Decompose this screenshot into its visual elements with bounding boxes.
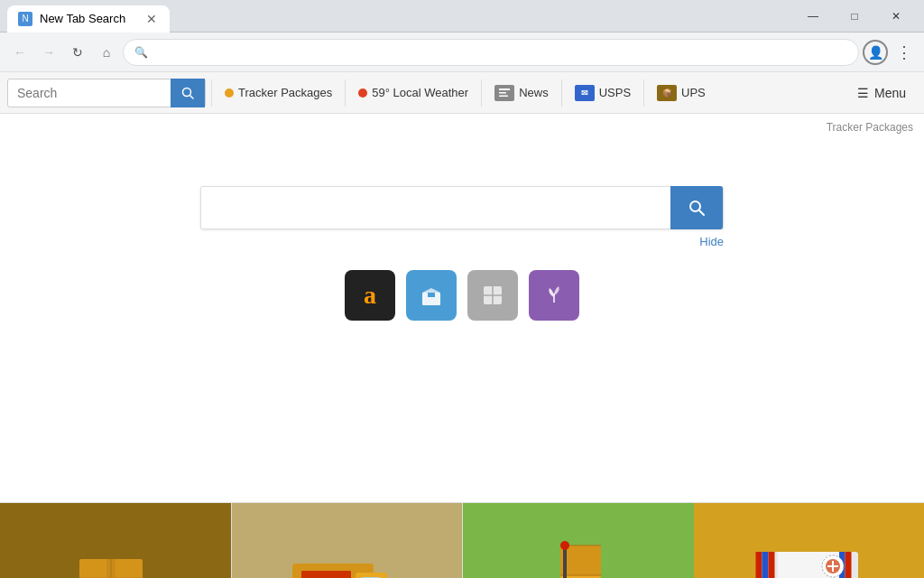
hide-link[interactable]: Hide xyxy=(699,235,724,248)
search-icon xyxy=(181,87,194,99)
gray-icon xyxy=(480,283,505,308)
local-weather-link[interactable]: 59° Local Weather xyxy=(351,72,476,114)
fedex-card[interactable]: FedEx xyxy=(694,503,925,578)
address-bar[interactable]: 🔍 xyxy=(123,39,859,66)
envelope-svg xyxy=(745,532,872,579)
usps-icon: ✉ xyxy=(575,85,595,101)
svg-rect-2 xyxy=(499,89,510,90)
track-packages-card[interactable]: Track Packages xyxy=(0,503,231,578)
window-controls: — □ ✕ xyxy=(792,0,917,33)
usps-link[interactable]: ✉ USPS xyxy=(568,72,638,114)
shortcut-icons: a xyxy=(345,270,579,321)
toolbar-divider-4 xyxy=(561,79,562,107)
usps-card[interactable]: MAIL U.S. Postal Service xyxy=(231,503,464,578)
main-content: Tracker Packages Hide a xyxy=(0,114,924,502)
purple-shortcut[interactable] xyxy=(529,270,579,321)
forward-button[interactable]: → xyxy=(36,40,61,65)
ups-illustration xyxy=(463,503,694,578)
hamburger-icon: ☰ xyxy=(857,86,869,100)
svg-line-1 xyxy=(190,95,194,98)
weather-dot xyxy=(358,89,367,98)
ups-link[interactable]: 📦 UPS xyxy=(650,72,713,114)
tracker-dot xyxy=(225,89,234,98)
usps-illustration: MAIL xyxy=(232,503,463,578)
news-label: News xyxy=(519,86,549,99)
menu-label: Menu xyxy=(874,86,906,100)
browser-tab[interactable]: N New Tab Search ✕ xyxy=(7,5,170,33)
tab-close-button[interactable]: ✕ xyxy=(144,12,159,26)
close-button[interactable]: ✕ xyxy=(875,0,917,33)
box-shortcut[interactable] xyxy=(406,270,457,321)
svg-point-40 xyxy=(560,541,569,550)
nts-menu-button[interactable]: ☰ Menu xyxy=(846,72,917,114)
chrome-toolbar: ← → ↻ ⌂ 🔍 👤 ⋮ xyxy=(0,33,924,72)
dolly-svg xyxy=(515,532,642,579)
reload-button[interactable]: ↻ xyxy=(65,40,90,65)
back-button[interactable]: ← xyxy=(7,40,32,65)
svg-marker-8 xyxy=(422,288,440,293)
nts-search-input[interactable] xyxy=(8,79,171,107)
usps-label: USPS xyxy=(599,86,631,99)
main-search-icon xyxy=(688,199,706,217)
nts-toolbar: Tracker Packages 59° Local Weather News … xyxy=(0,72,924,114)
svg-rect-4 xyxy=(499,95,508,97)
maximize-button[interactable]: □ xyxy=(834,0,875,33)
tracker-packages-label: Tracker Packages xyxy=(238,86,332,99)
svg-rect-9 xyxy=(428,293,435,297)
profile-button[interactable]: 👤 xyxy=(863,40,888,65)
local-weather-label: 59° Local Weather xyxy=(372,86,468,99)
amazon-shortcut[interactable]: a xyxy=(345,270,395,321)
toolbar-divider-2 xyxy=(345,79,346,107)
fedex-illustration xyxy=(694,503,925,578)
gray-shortcut[interactable] xyxy=(467,270,518,321)
ups-icon: 📦 xyxy=(657,85,677,101)
ups-card[interactable]: UPS xyxy=(463,503,694,578)
main-search-input[interactable] xyxy=(201,187,670,228)
plant-icon xyxy=(541,283,567,308)
toolbar-divider-5 xyxy=(643,79,644,107)
nts-search-box[interactable] xyxy=(7,79,206,107)
toolbar-divider-3 xyxy=(481,79,482,107)
nts-search-button[interactable] xyxy=(171,79,205,107)
tab-title: New Tab Search xyxy=(40,12,125,25)
svg-rect-17 xyxy=(106,559,116,579)
minimize-button[interactable]: — xyxy=(792,0,834,33)
tracker-packages-top-label: Tracker Packages xyxy=(827,121,913,134)
main-search-box xyxy=(200,186,724,229)
tab-favicon: N xyxy=(18,12,32,26)
news-icon xyxy=(494,85,514,101)
chrome-titlebar: N New Tab Search ✕ — □ ✕ xyxy=(0,0,924,33)
address-search-icon: 🔍 xyxy=(134,46,148,59)
main-search-button[interactable] xyxy=(670,186,723,229)
box-icon xyxy=(418,282,445,309)
news-link[interactable]: News xyxy=(487,72,556,114)
ups-label: UPS xyxy=(681,86,706,99)
svg-rect-3 xyxy=(499,92,506,94)
tracker-packages-link[interactable]: Tracker Packages xyxy=(217,72,339,114)
cards-section: Track Packages MAIL xyxy=(0,502,924,578)
mail-truck-svg: MAIL xyxy=(274,532,419,579)
chrome-menu-button[interactable]: ⋮ xyxy=(892,40,917,65)
toolbar-divider-1 xyxy=(211,79,212,107)
home-button[interactable]: ⌂ xyxy=(94,40,119,65)
track-packages-illustration xyxy=(0,503,231,578)
package-svg xyxy=(61,532,170,579)
svg-line-6 xyxy=(699,210,705,216)
